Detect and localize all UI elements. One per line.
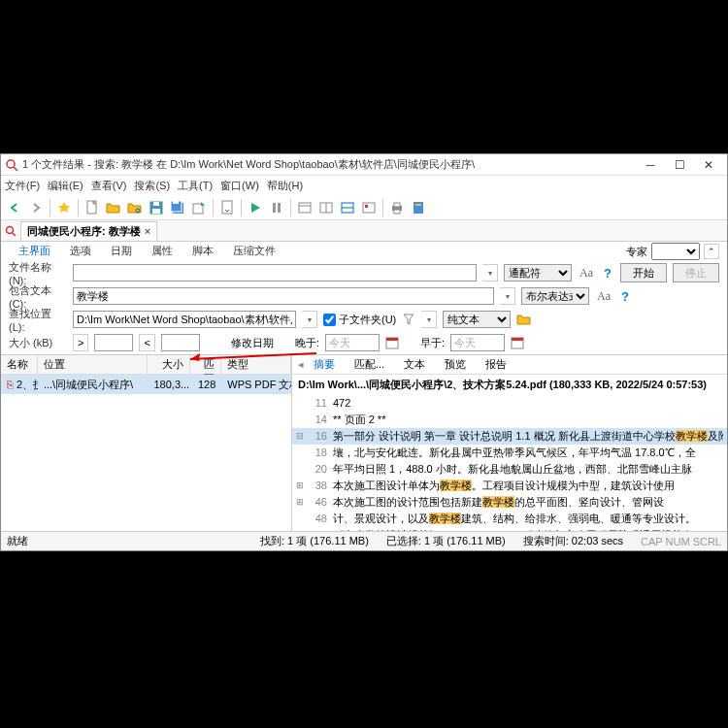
search-tab[interactable]: 同城便民小程序: 教学楼 × [20,221,157,241]
status-time: 搜索时间: 02:03 secs [523,534,623,548]
collapse-panel-button[interactable]: ⌃ [704,244,719,259]
save-icon[interactable] [147,198,166,217]
ptab-text[interactable]: 文本 [394,355,435,374]
svg-rect-30 [386,338,398,341]
minimize-button[interactable]: ─ [636,155,665,175]
filename-input[interactable] [73,264,477,281]
menu-help[interactable]: 帮助(H) [267,179,303,193]
location-input[interactable] [73,311,296,328]
col-match[interactable]: 匹配 [190,355,221,374]
status-caps: CAP NUM SCRL [641,536,721,547]
preview-line[interactable]: 18壤，北与安化毗连。新化县属中亚热带季风气候区，年平均气温 17.8.0℃，全 [292,445,727,461]
ptab-matches[interactable]: 匹配... [345,355,394,374]
size-lt[interactable]: < [139,334,154,351]
page-nav-icon[interactable] [217,198,237,217]
preview-line[interactable]: ⊟16第一部分 设计说明 第一章 设计总说明 1.1 概况 新化县上渡街道中心学… [292,428,727,445]
tab-close-icon[interactable]: × [145,225,150,237]
preview-line[interactable]: 20年平均日照 1，488.0 小时。新化县地貌属山丘盆地，西部、北部雪峰山主脉 [292,461,727,478]
print-icon[interactable] [387,198,407,217]
help-icon-2[interactable]: ? [618,289,632,304]
expert-select[interactable] [651,243,700,260]
svg-rect-24 [394,210,400,214]
favorite-icon[interactable] [54,198,74,217]
browse-folder-icon[interactable] [516,313,532,326]
subtab-attrs[interactable]: 属性 [142,242,182,262]
ptab-report[interactable]: 报告 [476,355,516,374]
export-icon[interactable] [189,198,209,217]
app-window: 1 个文件结果 - 搜索: 教学楼 在 D:\Im Work\Net Word … [0,153,728,551]
preview-line[interactable]: 48计、景观设计，以及教学楼建筑、结构、给排水、强弱电、暖通等专业设计。 [292,511,727,527]
view1-icon[interactable] [295,198,314,217]
preview-line[interactable]: ⊞38本次施工图设计单体为教学楼。工程项目设计规模为中型，建筑设计使用 [292,478,727,494]
contains-history-dd[interactable]: ▾ [500,287,515,305]
maximize-button[interactable]: ☐ [665,155,694,175]
size-min-input[interactable] [94,334,133,351]
svg-point-0 [7,160,15,168]
bool-select[interactable]: 布尔表达式 [521,287,589,305]
help-icon[interactable]: ? [601,266,614,281]
menu-window[interactable]: 窗口(W) [220,179,259,193]
new-doc-icon[interactable] [83,198,102,217]
open-folder-icon[interactable] [104,198,123,217]
pause-icon[interactable] [267,198,286,217]
date-before-input[interactable] [450,334,505,351]
preview-filepath: D:\Im Work\...\同城便民小程序\2、技术方案5.24.pdf (1… [292,375,727,395]
svg-rect-32 [512,338,523,341]
location-dd[interactable]: ▾ [302,311,317,328]
ptab-summary[interactable]: 摘要 [304,355,345,374]
book-icon[interactable] [409,198,428,217]
filter-icon[interactable] [402,313,415,326]
col-name[interactable]: 名称 [1,355,38,374]
save-all-icon[interactable] [168,198,187,217]
menubar: 文件(F) 编辑(E) 查看(V) 搜索(S) 工具(T) 窗口(W) 帮助(H… [1,176,727,195]
menu-file[interactable]: 文件(F) [5,179,40,193]
filename-label: 文件名称(N): [9,260,67,286]
toolbar [1,195,727,220]
wildcard-select[interactable]: 通配符 [504,264,572,281]
filename-history-dd[interactable]: ▾ [482,264,498,281]
contains-label: 包含文本(C): [9,283,67,310]
svg-rect-25 [414,202,423,214]
case-icon[interactable]: Aa [578,266,595,281]
explorer-icon[interactable] [125,198,145,217]
col-location[interactable]: 位置 [38,355,149,374]
subtab-options[interactable]: 选项 [60,242,101,262]
preview-line[interactable]: 14** 页面 2 ** [292,412,727,428]
case-icon-2[interactable]: Aa [595,289,612,304]
status-selected: 已选择: 1 项 (176.11 MB) [386,534,506,548]
view4-icon[interactable] [359,198,379,217]
date-after-input[interactable] [325,334,380,351]
ptab-preview[interactable]: 预览 [435,355,476,374]
menu-edit[interactable]: 编辑(E) [48,179,83,193]
menu-view[interactable]: 查看(V) [91,179,127,193]
subtab-archive[interactable]: 压缩文件 [223,242,285,262]
preview-text-body[interactable]: 1147214** 页面 2 **⊟16第一部分 设计说明 第一章 设计总说明 … [292,395,727,531]
subtab-script[interactable]: 脚本 [182,242,223,262]
preview-line[interactable]: ⊞46本次施工图的设计范围包括新建教学楼的总平面图、竖向设计、管网设 [292,494,727,511]
menu-search[interactable]: 搜索(S) [134,179,170,193]
result-row[interactable]: ⎘ 2、技术方案... ...\同城便民小程序\ 180,3... 128 WP… [1,375,291,394]
subtab-main[interactable]: 主界面 [9,242,60,262]
view2-icon[interactable] [316,198,336,217]
statusbar: 就绪 找到: 1 项 (176.11 MB) 已选择: 1 项 (176.11 … [1,531,727,550]
cal-icon-2[interactable] [511,336,524,349]
col-size[interactable]: 大小 [148,355,190,374]
size-gt[interactable]: > [73,334,88,351]
start-button[interactable]: 开始 [620,263,667,282]
run-icon[interactable] [246,198,265,217]
nav-back-button[interactable] [5,198,24,217]
expert-label: 专家 [626,245,647,259]
view3-icon[interactable] [338,198,357,217]
preview-line[interactable]: 11472 [292,395,727,412]
subfolders-checkbox[interactable]: 子文件夹(U) [323,313,396,327]
pdf-icon: ⎘ [7,379,14,390]
nav-fwd-button[interactable] [26,198,46,217]
menu-tools[interactable]: 工具(T) [178,179,213,193]
col-type[interactable]: 类型 [221,355,291,374]
subtab-date[interactable]: 日期 [101,242,142,262]
encoding-select[interactable]: 纯文本 [443,311,511,328]
contains-input[interactable] [73,287,494,305]
size-max-input[interactable] [161,334,200,351]
close-button[interactable]: ✕ [694,155,723,175]
cal-icon-1[interactable] [385,336,399,349]
